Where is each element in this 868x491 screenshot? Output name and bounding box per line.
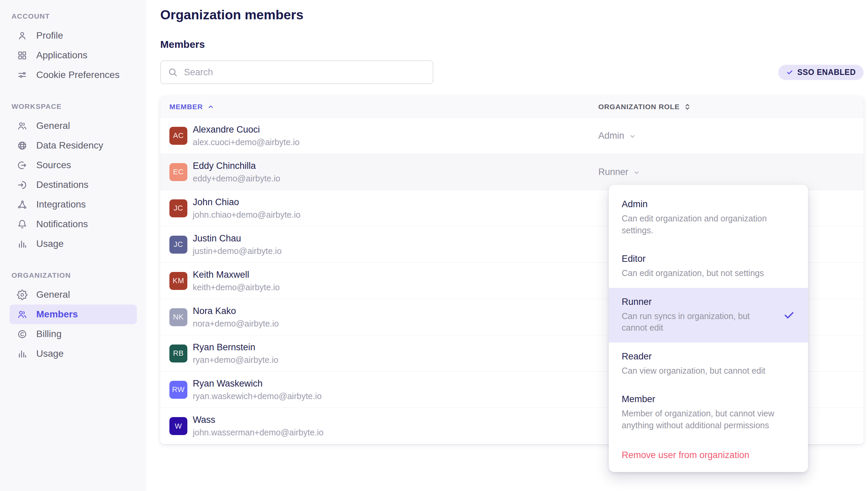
role-select-open[interactable]: Runner: [598, 167, 854, 177]
sidebar-section-workspace: WORKSPACE General Data Residency Sources…: [9, 102, 137, 254]
sidebar-item-organization-usage[interactable]: Usage: [9, 344, 137, 364]
sidebar-item-members[interactable]: Members: [9, 305, 137, 324]
sidebar-item-destinations[interactable]: Destinations: [9, 175, 137, 195]
member-email: ryan+demo@airbyte.io: [193, 355, 278, 365]
sidebar-item-sources[interactable]: Sources: [9, 155, 137, 175]
sidebar-item-workspace-usage[interactable]: Usage: [9, 234, 137, 254]
column-label: ORGANIZATION ROLE: [598, 103, 680, 111]
sidebar-item-billing[interactable]: Billing: [9, 324, 137, 344]
avatar: RW: [169, 381, 187, 399]
role-option-description: Can edit organization, but not settings: [622, 267, 795, 279]
member-cell: RW Ryan Waskewich ryan.waskewich+demo@ai…: [169, 378, 598, 401]
role-option-member[interactable]: Member Member of organization, but canno…: [609, 385, 808, 440]
search-box[interactable]: [160, 60, 433, 84]
member-name: Wass: [193, 415, 324, 425]
page-title: Organization members: [160, 7, 864, 22]
avatar: RB: [169, 345, 187, 362]
sidebar-item-label: General: [36, 289, 70, 300]
source-arrow-icon: [17, 160, 27, 171]
role-option-reader[interactable]: Reader Can view organization, but cannot…: [609, 342, 808, 386]
member-cell: W Wass john.wasserman+demo@airbyte.io: [169, 415, 598, 437]
avatar: JC: [169, 236, 187, 254]
sso-badge-label: SSO ENABLED: [797, 68, 856, 77]
role-select[interactable]: Admin: [598, 131, 854, 141]
sidebar-section-organization: ORGANIZATION General Members Billing Usa…: [9, 271, 137, 364]
member-cell: JC John Chiao john.chiao+demo@airbyte.io: [169, 197, 598, 220]
member-email: keith+demo@airbyte.io: [193, 282, 280, 292]
member-name: Ryan Waskewich: [193, 378, 322, 389]
sidebar-item-label: Destinations: [36, 179, 88, 190]
sidebar-item-notifications[interactable]: Notifications: [9, 214, 137, 234]
sidebar-item-cookie-preferences[interactable]: Cookie Preferences: [9, 65, 137, 85]
role-option-description: Can edit organization and organization s…: [622, 213, 784, 236]
sidebar-item-label: Cookie Preferences: [36, 70, 120, 80]
users-icon: [17, 121, 27, 131]
nodes-icon: [17, 199, 27, 210]
user-icon: [17, 31, 27, 41]
role-option-description: Can run syncs in organization, but canno…: [622, 310, 761, 334]
member-email: alex.cuoci+demo@airbyte.io: [193, 137, 299, 147]
search-row: SSO ENABLED: [160, 60, 864, 84]
column-header-organization-role[interactable]: ORGANIZATION ROLE: [598, 103, 854, 111]
sidebar-item-data-residency[interactable]: Data Residency: [9, 136, 137, 155]
sidebar-item-profile[interactable]: Profile: [9, 26, 137, 45]
role-option-label: Admin: [622, 199, 795, 210]
column-label: MEMBER: [169, 103, 203, 111]
member-email: john.wasserman+demo@airbyte.io: [193, 428, 324, 437]
sidebar-item-label: Sources: [36, 160, 71, 171]
member-email: ryan.waskewich+demo@airbyte.io: [193, 391, 322, 401]
gear-icon: [17, 290, 27, 300]
column-header-member[interactable]: MEMBER: [169, 103, 598, 111]
member-cell: KM Keith Maxwell keith+demo@airbyte.io: [169, 270, 598, 292]
member-cell: JC Justin Chau justin+demo@airbyte.io: [169, 233, 598, 256]
table-header: MEMBER ORGANIZATION ROLE: [160, 96, 864, 118]
sidebar-item-organization-general[interactable]: General: [9, 285, 137, 305]
member-cell: AC Alexandre Cuoci alex.cuoci+demo@airby…: [169, 124, 598, 147]
role-option-editor[interactable]: Editor Can edit organization, but not se…: [609, 245, 808, 288]
role-dropdown-menu: Admin Can edit organization and organiza…: [609, 185, 808, 472]
role-option-label: Reader: [622, 351, 795, 362]
avatar: NK: [169, 308, 187, 326]
search-icon: [168, 67, 178, 77]
search-input[interactable]: [184, 67, 426, 78]
member-cell: EC Eddy Chinchilla eddy+demo@airbyte.io: [169, 161, 598, 183]
member-email: eddy+demo@airbyte.io: [193, 174, 280, 183]
chevron-down-icon: [629, 133, 636, 140]
member-name: John Chiao: [193, 197, 301, 208]
sidebar-item-label: Billing: [36, 329, 62, 339]
member-name: Keith Maxwell: [193, 270, 280, 280]
table-row: AC Alexandre Cuoci alex.cuoci+demo@airby…: [160, 118, 864, 154]
member-cell: RB Ryan Bernstein ryan+demo@airbyte.io: [169, 342, 598, 365]
sidebar-item-label: Usage: [36, 238, 64, 249]
section-label-account: ACCOUNT: [12, 12, 137, 20]
sidebar-item-label: Members: [36, 309, 78, 320]
role-option-admin[interactable]: Admin Can edit organization and organiza…: [609, 190, 808, 245]
section-label-workspace: WORKSPACE: [12, 102, 137, 111]
bar-chart-icon: [17, 239, 27, 249]
sidebar-item-applications[interactable]: Applications: [9, 45, 137, 65]
bell-icon: [17, 219, 27, 230]
section-label-organization: ORGANIZATION: [12, 271, 137, 279]
destination-arrow-icon: [17, 180, 27, 190]
role-option-label: Member: [622, 394, 795, 405]
avatar: JC: [169, 199, 187, 217]
sidebar-item-workspace-general[interactable]: General: [9, 116, 137, 136]
sidebar-item-integrations[interactable]: Integrations: [9, 195, 137, 214]
member-cell: NK Nora Kako nora+demo@airbyte.io: [169, 306, 598, 329]
member-email: justin+demo@airbyte.io: [193, 246, 282, 256]
members-section-title: Members: [160, 39, 864, 50]
member-email: nora+demo@airbyte.io: [193, 319, 279, 329]
member-email: john.chiao+demo@airbyte.io: [193, 210, 301, 220]
sso-enabled-badge: SSO ENABLED: [778, 65, 864, 80]
role-option-runner-selected[interactable]: Runner Can run syncs in organization, bu…: [609, 288, 808, 342]
sidebar-item-label: Integrations: [36, 199, 86, 210]
member-name: Justin Chau: [193, 233, 282, 244]
sort-both-icon: [684, 103, 691, 111]
role-value: Runner: [598, 167, 628, 177]
sidebar-item-label: Applications: [36, 50, 87, 61]
sidebar-item-label: Profile: [36, 30, 63, 41]
users-icon: [17, 309, 27, 320]
remove-user-action[interactable]: Remove user from organization: [609, 440, 808, 465]
sidebar-item-label: General: [36, 120, 70, 131]
member-name: Ryan Bernstein: [193, 342, 278, 353]
